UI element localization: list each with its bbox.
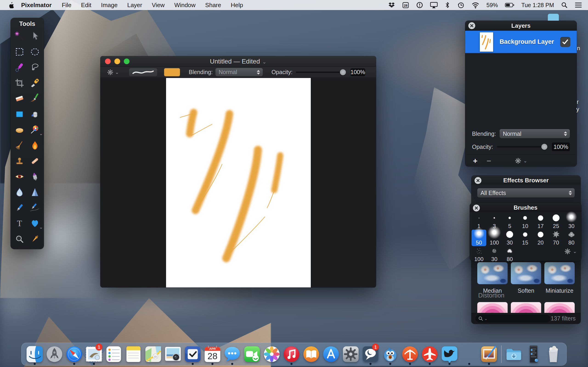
brush-10[interactable]: 10	[518, 213, 532, 230]
dock-system-preferences-icon[interactable]	[341, 343, 361, 365]
shapes-heart-tool[interactable]: ⌄	[27, 218, 43, 229]
dock-chrome-icon[interactable]	[459, 343, 479, 365]
dock-calendar-icon[interactable]: APR28	[203, 343, 222, 365]
blur-tool[interactable]	[12, 187, 27, 198]
brush-80[interactable]: 80	[502, 246, 517, 263]
tool-settings-gear-icon[interactable]: ⌄	[107, 69, 119, 76]
dock-podcast-app-icon[interactable]	[400, 343, 420, 365]
dock-pixelmator-icon[interactable]	[479, 343, 499, 365]
wifi-icon[interactable]	[471, 2, 480, 8]
brush-50-selected[interactable]: 50	[472, 230, 486, 246]
menu-file[interactable]: File	[62, 2, 71, 8]
calendar-icon[interactable]: 28	[402, 1, 409, 9]
brush-20[interactable]: 20	[533, 230, 548, 246]
dock-reminders-icon[interactable]	[104, 343, 124, 365]
quick-select-tool[interactable]	[12, 62, 27, 73]
close-panel-icon[interactable]	[473, 205, 480, 211]
sharpen-tool[interactable]	[27, 187, 43, 198]
dock-itunes-icon[interactable]	[282, 343, 301, 365]
eyedropper-tool[interactable]	[27, 234, 43, 244]
dock-mail-icon[interactable]: 1	[84, 343, 104, 365]
pen-tool[interactable]	[12, 202, 27, 213]
dock-flight-app-icon[interactable]	[420, 343, 440, 365]
close-panel-icon[interactable]	[475, 177, 481, 184]
type-tool[interactable]: T	[12, 218, 27, 229]
canvas[interactable]	[166, 78, 311, 287]
spotlight-icon[interactable]	[561, 2, 568, 8]
paintbrush-tool[interactable]	[27, 93, 43, 104]
menu-clock[interactable]: Tue 1:28 PM	[521, 2, 554, 8]
brush-100[interactable]: 100	[487, 230, 502, 246]
notification-list-icon[interactable]	[575, 2, 582, 8]
dock-twitterrific-icon[interactable]	[380, 343, 400, 365]
layers-opacity-knob[interactable]	[541, 144, 547, 150]
time-machine-icon[interactable]	[457, 1, 464, 9]
menu-image[interactable]: Image	[101, 2, 118, 8]
layers-gear-menu[interactable]: ⌄	[515, 157, 527, 164]
add-layer-button[interactable]: +	[473, 157, 477, 165]
brush-preview-button[interactable]	[129, 68, 157, 76]
layers-blending-dropdown[interactable]: Normal	[500, 129, 570, 138]
smudge-tool[interactable]	[27, 171, 43, 182]
burn-tool[interactable]	[27, 140, 43, 151]
dock-chat-app-icon[interactable]: 1	[361, 343, 380, 365]
menu-window[interactable]: Window	[174, 2, 195, 8]
brushes-gear-menu[interactable]: ⌄	[564, 248, 577, 255]
color-swatch[interactable]	[164, 68, 180, 76]
heal-tool[interactable]	[27, 156, 43, 167]
brush-17[interactable]: 17	[533, 213, 548, 230]
window-titlebar[interactable]: Untitled — Edited⌄	[100, 56, 376, 67]
dock-iphoto-icon[interactable]	[163, 343, 183, 365]
opacity-slider-knob[interactable]	[340, 69, 346, 75]
airplay-icon[interactable]	[430, 2, 438, 8]
menu-share[interactable]: Share	[205, 2, 221, 8]
effect-item-soften[interactable]: Soften	[511, 262, 541, 294]
brush-100[interactable]: 100	[472, 246, 486, 263]
menu-view[interactable]: View	[152, 2, 165, 8]
dock-downloads-folder-icon[interactable]	[504, 343, 524, 365]
brush-25[interactable]: 25	[549, 213, 563, 230]
clone-stamp-tool[interactable]	[12, 156, 27, 167]
battery-icon[interactable]	[505, 2, 515, 8]
layers-opacity-slider[interactable]	[497, 146, 547, 148]
blending-dropdown[interactable]: Normal	[216, 68, 263, 76]
paint-bucket-tool[interactable]	[27, 109, 43, 120]
dock-trash-icon[interactable]	[544, 343, 563, 365]
menu-layer[interactable]: Layer	[127, 2, 142, 8]
effect-item-miniaturize[interactable]: Miniaturize	[544, 262, 575, 294]
brush-1[interactable]: 1	[472, 213, 486, 230]
bluetooth-icon[interactable]	[445, 2, 450, 8]
dock-facetime-icon[interactable]	[242, 343, 262, 365]
freeform-pen-tool[interactable]	[27, 202, 43, 213]
zoom-tool[interactable]	[12, 234, 27, 244]
rect-marquee-tool[interactable]	[12, 46, 27, 57]
opacity-slider[interactable]	[296, 72, 345, 73]
menu-help[interactable]: Help	[231, 2, 243, 8]
brush-30[interactable]: 30	[487, 246, 502, 263]
shape-tool[interactable]	[12, 109, 27, 120]
dock-ibooks-icon[interactable]	[301, 343, 321, 365]
dock-photos-icon[interactable]	[262, 343, 282, 365]
move-tool[interactable]	[27, 31, 43, 42]
effects-category-dropdown[interactable]: All Effects	[477, 188, 575, 198]
slice-tool[interactable]	[27, 77, 43, 89]
effects-search-input[interactable]: ⌄	[476, 315, 550, 323]
dropbox-icon[interactable]	[388, 2, 395, 8]
crop-tool[interactable]	[12, 77, 27, 89]
ellipse-marquee-tool[interactable]	[27, 46, 43, 57]
dock-maps-icon[interactable]: 3D	[143, 343, 163, 365]
close-panel-icon[interactable]	[468, 22, 475, 29]
layer-row-background-layer[interactable]: Background Layer	[465, 31, 577, 53]
lollipop-tool[interactable]: ⌄	[27, 124, 43, 135]
dock-messages-icon[interactable]	[222, 343, 242, 365]
active-app-name[interactable]: Pixelmator	[21, 2, 52, 9]
magic-wand-tool[interactable]	[12, 31, 27, 42]
remove-layer-button[interactable]: −	[487, 157, 491, 165]
lasso-tool[interactable]	[27, 62, 43, 73]
dock-app-store-icon[interactable]	[321, 343, 341, 365]
dock-twitter-icon[interactable]	[440, 343, 459, 365]
eraser-tool[interactable]	[12, 93, 27, 104]
search-scope-chevron-icon[interactable]: ⌄	[484, 316, 488, 321]
dock-finder-icon[interactable]	[25, 343, 44, 365]
brush-5[interactable]: 5	[502, 213, 517, 230]
